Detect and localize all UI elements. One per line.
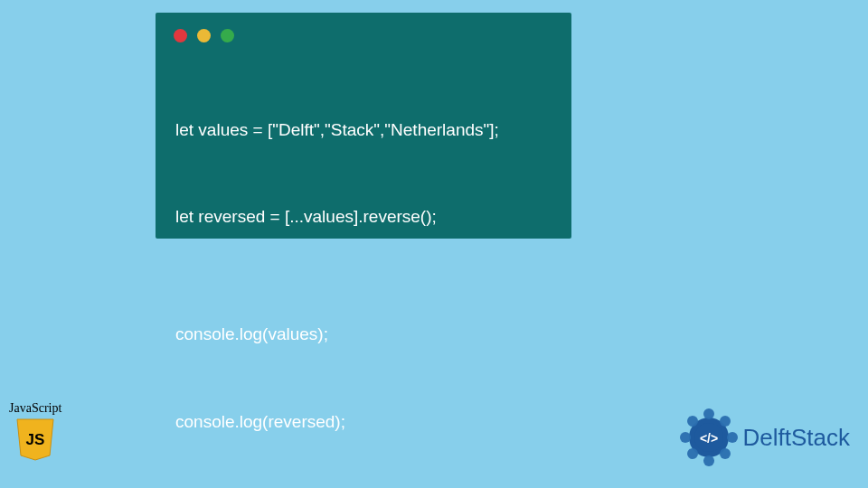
javascript-badge: JavaScript JS (9, 401, 61, 461)
code-line: console.log(values); (175, 320, 552, 349)
js-glyph: JS (26, 431, 45, 448)
javascript-label: JavaScript (9, 401, 61, 416)
svg-point-5 (720, 448, 731, 459)
javascript-shield-icon: JS (15, 418, 55, 461)
svg-point-4 (727, 432, 738, 443)
svg-point-8 (680, 432, 691, 443)
code-body: let values = ["Delft","Stack","Netherlan… (156, 50, 571, 488)
svg-point-2 (703, 408, 714, 419)
code-glyph: </> (699, 431, 717, 446)
window-traffic-lights (156, 13, 571, 50)
svg-point-3 (720, 416, 731, 427)
delftstack-name: DelftStack (743, 424, 851, 452)
code-line: let reversed = [...values].reverse(); (175, 202, 552, 231)
svg-point-7 (687, 448, 698, 459)
code-window: let values = ["Delft","Stack","Netherlan… (156, 13, 571, 239)
delftstack-brand: </> DelftStack (680, 408, 851, 466)
svg-point-9 (687, 416, 698, 427)
delftstack-logo-icon: </> (680, 408, 738, 466)
svg-point-6 (703, 455, 714, 466)
close-icon (174, 29, 187, 42)
code-line: console.log(reversed); (175, 408, 552, 436)
maximize-icon (221, 29, 234, 42)
code-line: let values = ["Delft","Stack","Netherlan… (175, 116, 552, 145)
minimize-icon (197, 29, 211, 42)
